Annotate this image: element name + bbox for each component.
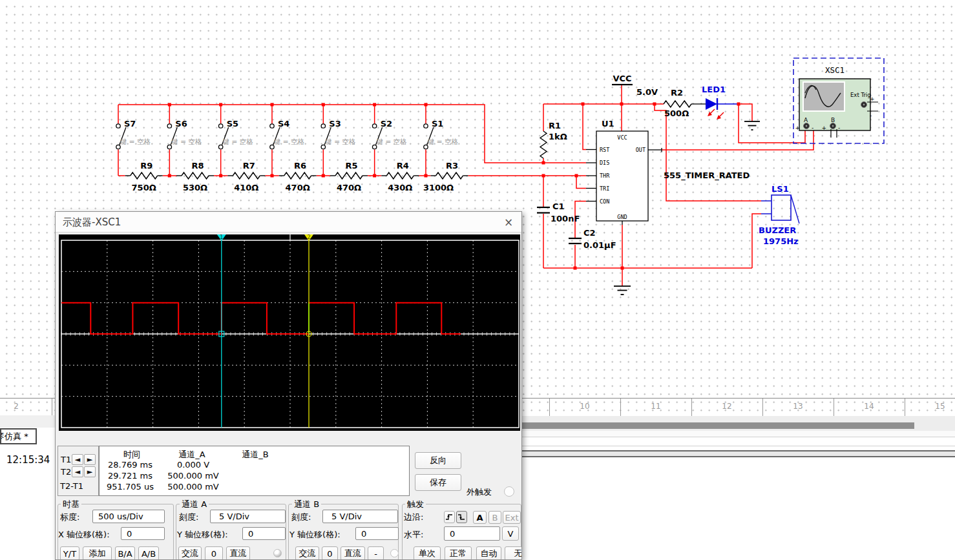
resistor-value: 430Ω [388, 183, 412, 192]
mode-yt-button[interactable]: Y/T [60, 546, 79, 560]
switch-resistor-bank[interactable]: S7键 = 空格S6键 = 空格S5键 = 空格S4键 = 空格S3键 = 空格… [116, 105, 468, 192]
buzzer-type-label: BUZZER [759, 225, 796, 235]
ext-trigger-indicator[interactable] [504, 486, 514, 497]
xsc1-label: XSC1 [825, 65, 845, 75]
xsc1-instrument[interactable]: XSC1 Ext Trig + - A B + - + - [793, 58, 884, 143]
multisim-workspace: U1 555_TIMER_RATED VCC RST DIS THR TRI C… [0, 0, 955, 560]
oscilloscope-window[interactable]: 示波器-XSC1 × 12 T1 ◄ ► T2 ◄ ► T2-T1 时间 通道_… [55, 211, 522, 560]
vcc-source[interactable]: VCC 5.0V [612, 74, 658, 97]
channel-a-zero-button[interactable]: 0 [205, 546, 223, 560]
r1-value: 1kΩ [549, 132, 567, 141]
save-button[interactable]: 保存 [415, 474, 461, 491]
trigger-source-ext-button[interactable]: Ext [503, 511, 521, 524]
trigger-single-button[interactable]: 单次 [414, 546, 441, 560]
ruler-boundary [549, 399, 550, 416]
channel-b-yoffset-input[interactable]: 0 [355, 527, 399, 540]
svg-text:2: 2 [307, 234, 310, 240]
timebase-xoffset-label: X 轴位移(格): [58, 529, 110, 541]
ruler-boundary [834, 399, 834, 416]
t2-left-button[interactable]: ◄ [72, 466, 83, 477]
channel-b-title: 通道 B [292, 499, 321, 510]
pin-rst: RST [600, 147, 609, 153]
c1-value: 100nF [551, 214, 580, 223]
resistor-value: 470Ω [337, 183, 361, 192]
project-tab-label: 琴仿真 * [0, 431, 28, 442]
resistor-r8[interactable]: R8530Ω [176, 161, 214, 192]
a-minus: - [812, 125, 813, 131]
falling-edge-button[interactable] [456, 511, 467, 523]
rising-edge-button[interactable] [444, 511, 455, 523]
b-minus: - [838, 125, 840, 131]
channel-b-scale-input[interactable]: 5 V/Div [322, 510, 398, 523]
ruler-boundary [762, 399, 763, 416]
timebase-xoffset-input[interactable]: 0 [121, 527, 165, 540]
close-icon[interactable]: × [501, 214, 516, 230]
channel-b-yoffset-label: Y 轴位移(格): [289, 529, 341, 541]
resistor-value: 750Ω [132, 183, 156, 192]
trigger-source-a-button[interactable]: A [473, 511, 487, 524]
buzzer-ls1[interactable]: LS1 BUZZER 1975Hz [759, 184, 799, 246]
channel-a-trace [61, 303, 461, 334]
cursor-readout-table: 时间 通道_A 通道_B 28.769 ms 0.000 V 29.721 ms… [99, 446, 410, 496]
channel-b-zero-button[interactable]: 0 [322, 546, 338, 560]
resistor-r5[interactable]: R5470Ω [330, 161, 368, 192]
switch-label: S1 [432, 119, 443, 129]
trigger-none-button[interactable]: 无 [505, 546, 522, 560]
pin-gnd: GND [617, 214, 627, 220]
channel-a-ac-button[interactable]: 交流 [178, 546, 202, 560]
pin-out: OUT [636, 147, 645, 153]
c1-label: C1 [552, 202, 565, 211]
mode-ba-button[interactable]: B/A [115, 546, 135, 560]
simulation-clock: 12:15:34 [6, 454, 50, 466]
trigger-level-input[interactable]: 0 [444, 526, 500, 541]
channel-b-scale-label: 刻度: [291, 512, 311, 523]
u1-555-timer[interactable]: U1 555_TIMER_RATED VCC RST DIS THR TRI C… [596, 119, 750, 221]
reverse-button[interactable]: 反向 [415, 452, 461, 469]
pin-tri: TRI [600, 185, 609, 192]
project-tab[interactable]: 琴仿真 * [0, 428, 37, 444]
switch-key-label: 键 = 空格 [376, 138, 407, 145]
channel-b-ac-button[interactable]: 交流 [295, 546, 319, 560]
resistor-value: 470Ω [286, 183, 310, 192]
timebase-scale-input[interactable]: 500 us/Div [92, 510, 165, 523]
resistor-r6[interactable]: R6470Ω [279, 161, 317, 192]
channel-a-yoffset-input[interactable]: 0 [242, 527, 286, 540]
channel-b-dc-button[interactable]: 直流 [341, 546, 365, 560]
resistor-r3[interactable]: R33100Ω [423, 161, 468, 192]
t1-right-button[interactable]: ► [84, 454, 96, 465]
vcc-label: VCC [613, 74, 631, 83]
t2-t1-channel-a: 500.000 mV [161, 482, 226, 492]
window-titlebar[interactable]: 示波器-XSC1 × [56, 212, 521, 233]
trigger-source-b-button[interactable]: B [488, 511, 501, 524]
ext-trigger-label: 外触发 [467, 486, 492, 498]
channel-a-dc-button[interactable]: 直流 [226, 546, 250, 560]
design-toolbox-panel: 琴仿真 * 12:15:34 [0, 415, 55, 560]
resistor-r9[interactable]: R9750Ω [125, 161, 163, 192]
trigger-level-unit-button[interactable]: V [502, 526, 519, 541]
switch-label: S4 [278, 119, 289, 129]
resistor-r7[interactable]: R7410Ω [227, 161, 265, 192]
t2-right-button[interactable]: ► [84, 466, 96, 477]
trigger-auto-button[interactable]: 自动 [476, 546, 501, 560]
vcc-voltage: 5.0V [636, 87, 658, 97]
resistor-r4[interactable]: R4430Ω [381, 161, 419, 192]
ruler-number: 13 [785, 402, 811, 411]
scope-display[interactable]: 12 [59, 234, 520, 431]
t1-label: T1 [61, 455, 71, 464]
ruler-boundary [620, 399, 621, 416]
r2-label: R2 [671, 88, 683, 98]
trigger-normal-button[interactable]: 正常 [445, 546, 472, 560]
mode-add-button[interactable]: 添加 [83, 546, 112, 560]
t1-left-button[interactable]: ◄ [72, 454, 83, 465]
b-plus: + [821, 125, 826, 131]
buzzer-frequency: 1975Hz [763, 236, 799, 246]
channel-a-scale-input[interactable]: 5 V/Div [210, 510, 286, 523]
pin-con: CON [600, 198, 609, 205]
channel-b-minus-button[interactable]: - [368, 546, 384, 560]
mode-ab-button[interactable]: A/B [138, 546, 159, 560]
col-channel-b: 通道_B [223, 449, 288, 461]
u1-part-label: 555_TIMER_RATED [664, 171, 750, 181]
led1[interactable]: LED1 [702, 85, 739, 119]
ruler-number: 12 [714, 402, 740, 411]
resistor-label: R9 [140, 161, 152, 171]
